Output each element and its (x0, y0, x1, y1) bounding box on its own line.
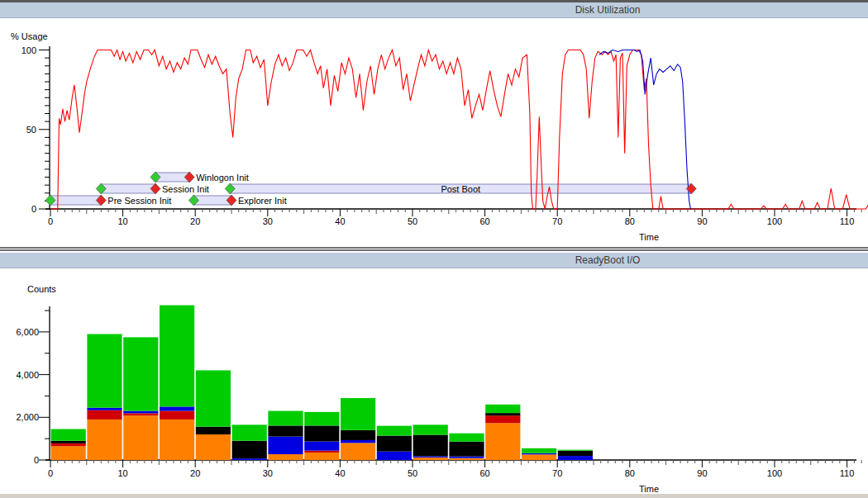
disk-utilization-chart[interactable]: % Usage 0501000102030405060708090100110 … (0, 17, 868, 244)
readyboot-bar-segment-black[interactable] (51, 441, 86, 443)
readyboot-stacked-bars[interactable] (51, 306, 593, 460)
phase-label-pre-session-init: Pre Session Init (107, 196, 171, 206)
readyboot-bar-segment-black[interactable] (413, 434, 448, 456)
readyboot-bar-segment-blue[interactable] (558, 456, 593, 460)
y-tick-label: 50 (26, 125, 36, 135)
x-tick-label: 10 (117, 216, 127, 226)
readyboot-bar-segment-green[interactable] (558, 450, 593, 451)
readyboot-bar-segment-orange[interactable] (522, 454, 556, 460)
readyboot-bar-segment-blue[interactable] (413, 456, 448, 458)
x-tick-label: 50 (408, 216, 417, 226)
x-tick-label: 80 (625, 468, 635, 478)
readyboot-bar-segment-blue[interactable] (268, 437, 303, 454)
readyboot-bar-segment-green[interactable] (485, 405, 520, 413)
readyboot-bar-segment-green[interactable] (449, 434, 484, 442)
readyboot-bar-segment-red[interactable] (304, 451, 339, 453)
readyboot-bar-segment-orange[interactable] (485, 423, 520, 460)
readyboot-bar-segment-red[interactable] (51, 443, 86, 446)
x-tick-label: 90 (697, 468, 707, 478)
phase-label-post-boot: Post Boot (441, 184, 480, 194)
disk-utilization-title-bar[interactable]: Disk Utilization (0, 2, 868, 18)
readyboot-bar-segment-green[interactable] (160, 306, 194, 407)
x-tick-label: 30 (263, 468, 273, 478)
readyboot-bar-segment-blue[interactable] (341, 440, 375, 443)
y-tick-label: 4,000 (16, 370, 39, 380)
readyboot-bar-segment-green[interactable] (341, 398, 375, 430)
phase-label-session-init: Session Init (162, 184, 209, 194)
readyboot-bar-segment-orange[interactable] (268, 454, 303, 460)
readyboot-bar-segment-red[interactable] (87, 410, 122, 420)
readyboot-bar-segment-orange[interactable] (341, 443, 375, 460)
readyboot-bar-segment-black[interactable] (377, 436, 412, 452)
readyboot-bar-segment-orange[interactable] (449, 458, 484, 460)
readyboot-bar-segment-blue[interactable] (449, 457, 484, 458)
x-tick-label: 110 (840, 468, 855, 478)
x-tick-label: 50 (408, 468, 417, 478)
readyboot-bar-segment-orange[interactable] (51, 446, 86, 460)
x-tick-label: 20 (190, 216, 200, 226)
readyboot-bar-segment-black[interactable] (196, 427, 231, 434)
readyboot-bar-segment-black[interactable] (558, 451, 593, 456)
chart-splitter[interactable] (0, 247, 868, 251)
readyboot-title: ReadyBoot I/O (541, 253, 674, 268)
readyboot-bar-segment-black[interactable] (449, 442, 484, 457)
disk-utilization-title: Disk Utilization (541, 2, 674, 17)
readyboot-chart[interactable]: Counts 02,0004,0006,00001020304050607080… (0, 268, 868, 495)
readyboot-bar-segment-blue[interactable] (87, 408, 122, 410)
readyboot-bar-segment-orange[interactable] (413, 458, 448, 460)
readyboot-bar-segment-green[interactable] (87, 334, 122, 407)
readyboot-bar-segment-blue[interactable] (160, 406, 194, 410)
readyboot-bar-segment-orange[interactable] (87, 420, 122, 460)
phase-label-winlogon-init: Winlogon Init (196, 173, 249, 183)
x-tick-label: 100 (767, 468, 782, 478)
readyboot-bar-segment-green[interactable] (196, 370, 231, 426)
readyboot-bar-segment-blue[interactable] (522, 453, 556, 455)
readyboot-bar-segment-black[interactable] (485, 413, 520, 415)
readyboot-bar-segment-red[interactable] (123, 413, 158, 415)
x-tick-label: 60 (479, 216, 489, 226)
x-tick-label: 40 (335, 216, 345, 226)
x-tick-label: 30 (263, 216, 273, 226)
readyboot-bar-segment-orange[interactable] (123, 415, 158, 460)
readyboot-bar-segment-blue[interactable] (232, 458, 267, 460)
readyboot-bar-segment-orange[interactable] (304, 453, 339, 460)
readyboot-bar-segment-red[interactable] (160, 411, 194, 420)
readyboot-bar-segment-green[interactable] (413, 424, 448, 434)
readyboot-bar-segment-green[interactable] (522, 448, 556, 453)
readyboot-bar-segment-black[interactable] (341, 430, 375, 440)
readyboot-bar-segment-orange[interactable] (160, 420, 194, 460)
x-tick-label: 10 (117, 468, 127, 478)
x-tick-label: 90 (697, 216, 707, 226)
readyboot-bar-segment-blue[interactable] (123, 411, 158, 414)
x-tick-label: 0 (48, 468, 53, 478)
disk-chart-y-axis-title: % Usage (11, 31, 48, 41)
x-tick-label: 110 (840, 216, 855, 226)
readyboot-title-bar[interactable]: ReadyBoot I/O (0, 253, 868, 268)
readyboot-bar-segment-green[interactable] (232, 424, 267, 440)
y-tick-label: 0 (34, 455, 39, 465)
x-tick-label: 70 (552, 216, 562, 226)
readyboot-bar-segment-black[interactable] (304, 425, 339, 441)
readyboot-bar-segment-blue[interactable] (377, 452, 412, 460)
readyboot-bar-segment-green[interactable] (268, 411, 303, 426)
readyboot-bar-segment-green[interactable] (377, 426, 412, 436)
x-tick-label: 100 (767, 216, 782, 226)
y-tick-label: 0 (31, 204, 36, 214)
window-bottom-edge (0, 494, 868, 498)
readyboot-bar-segment-blue[interactable] (304, 442, 339, 451)
readyboot-bar-segment-black[interactable] (232, 441, 267, 458)
y-tick-label: 6,000 (16, 327, 39, 337)
readyboot-bar-segment-green[interactable] (51, 429, 86, 441)
x-tick-label: 20 (190, 468, 200, 478)
phase-bar-session-init[interactable] (101, 184, 155, 193)
x-tick-label: 0 (48, 216, 53, 226)
readyboot-bar-segment-green[interactable] (304, 412, 339, 426)
phase-bar-explorer-init[interactable] (193, 196, 231, 205)
readyboot-bar-segment-orange[interactable] (196, 434, 231, 460)
x-tick-label: 40 (335, 468, 345, 478)
readyboot-bar-segment-red[interactable] (485, 415, 520, 423)
readyboot-bar-segment-green[interactable] (123, 337, 158, 410)
readyboot-bar-segment-black[interactable] (268, 425, 303, 436)
phase-label-explorer-init: Explorer Init (238, 196, 287, 206)
readyboot-y-axis-title: Counts (27, 284, 56, 294)
